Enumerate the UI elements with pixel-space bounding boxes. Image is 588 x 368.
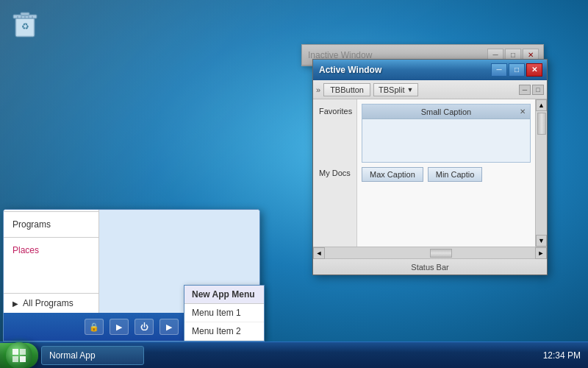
- scroll-down-button[interactable]: ▼: [536, 235, 547, 247]
- active-window: Active Window ─ □ ✕ » TBButton TBSplit ▼…: [312, 59, 548, 275]
- scroll-thumb-horizontal[interactable]: [430, 249, 452, 258]
- min-caption-button[interactable]: Min Captio: [428, 167, 483, 182]
- sidebar-item-mydocs[interactable]: My Docs: [313, 164, 356, 182]
- taskbar-task-normal-app[interactable]: Normal App: [41, 346, 144, 365]
- start-menu-power-button[interactable]: ⏻: [135, 319, 154, 335]
- scroll-left-button[interactable]: ◄: [313, 247, 325, 259]
- scroll-up-button[interactable]: ▲: [536, 99, 547, 111]
- toolbar: » TBButton TBSplit ▼ ─ □: [313, 80, 547, 99]
- taskbar-clock: 12:34 PM: [543, 350, 588, 361]
- start-button[interactable]: [0, 343, 38, 368]
- start-menu-item-places[interactable]: Places: [4, 239, 98, 261]
- active-minimize-button[interactable]: ─: [491, 63, 507, 77]
- windows-logo-icon: [12, 348, 26, 363]
- sidebar-item-favorites[interactable]: Favorites: [313, 102, 356, 120]
- scroll-thumb-vertical[interactable]: [537, 113, 546, 135]
- all-programs-label: All Programs: [23, 298, 74, 308]
- small-caption-close-button[interactable]: ✕: [517, 106, 528, 116]
- toolbar-mini-max-button[interactable]: □: [532, 85, 544, 95]
- all-programs-arrow-icon: ▶: [12, 300, 18, 308]
- small-caption-area: Small Caption ✕: [362, 104, 531, 163]
- start-menu-separator: [4, 211, 98, 212]
- horizontal-scrollbar: ◄ ►: [313, 247, 547, 258]
- tbsplit-button[interactable]: TBSplit ▼: [373, 83, 418, 96]
- active-window-title: Active Window: [318, 65, 490, 75]
- start-menu-all-programs[interactable]: ▶ All Programs: [4, 293, 98, 313]
- tbsplit-arrow-icon: ▼: [406, 86, 413, 93]
- status-bar: Status Bar: [313, 258, 547, 275]
- toolbar-chevron-icon[interactable]: »: [316, 85, 320, 94]
- toolbar-mini-buttons: ─ □: [519, 85, 544, 95]
- taskbar: Normal App 12:34 PM: [0, 342, 588, 368]
- start-menu-arrow-button[interactable]: ▶: [159, 319, 179, 335]
- caption-buttons-row: Max Caption Min Captio: [362, 167, 531, 182]
- toolbar-mini-min-button[interactable]: ─: [519, 85, 531, 95]
- svg-text:♻: ♻: [21, 21, 29, 32]
- vertical-scrollbar[interactable]: ▲ ▼: [535, 99, 547, 247]
- new-app-menu: New App Menu Menu Item 1 Menu Item 2: [184, 285, 265, 342]
- desktop: ♻ Inactive Window ─ □ ✕ Active Window ─ …: [0, 0, 588, 368]
- recycle-bin-icon: ♻: [10, 7, 40, 40]
- start-menu-item-programs[interactable]: Programs: [4, 213, 98, 236]
- start-menu-run-button[interactable]: ▶: [110, 319, 129, 335]
- small-caption-bar: Small Caption ✕: [362, 105, 530, 119]
- start-orb-icon: [6, 342, 32, 369]
- scroll-track-horizontal: [325, 247, 535, 258]
- recycle-bin[interactable]: ♻: [10, 7, 40, 40]
- svg-rect-13: [20, 356, 26, 362]
- active-close-button[interactable]: ✕: [526, 63, 542, 77]
- new-app-menu-item-1[interactable]: Menu Item 1: [184, 304, 264, 322]
- scroll-right-button[interactable]: ►: [535, 247, 547, 259]
- taskbar-task-label: Normal App: [49, 350, 96, 361]
- small-caption-label: Small Caption: [421, 107, 471, 116]
- svg-rect-11: [20, 349, 26, 355]
- start-menu-separator-2: [4, 237, 98, 238]
- svg-rect-10: [12, 349, 18, 355]
- sidebar-panel: Favorites My Docs: [313, 99, 357, 247]
- active-maximize-button[interactable]: □: [509, 63, 525, 77]
- window-content: Favorites My Docs Small Caption ✕ Max Ca…: [313, 99, 547, 247]
- max-caption-button[interactable]: Max Caption: [362, 167, 423, 182]
- tbbutton-button[interactable]: TBButton: [323, 83, 370, 96]
- new-app-menu-item-2[interactable]: Menu Item 2: [184, 322, 264, 341]
- main-panel: Small Caption ✕ Max Caption Min Captio: [357, 99, 535, 247]
- status-bar-text: Status Bar: [411, 263, 448, 272]
- new-app-menu-header: New App Menu: [184, 286, 264, 304]
- start-menu-left-panel: Programs Places ▶ All Programs: [4, 210, 99, 313]
- svg-rect-12: [12, 356, 18, 362]
- svg-rect-3: [21, 13, 29, 15]
- active-title-bar: Active Window ─ □ ✕: [313, 60, 547, 80]
- start-menu-lock-button[interactable]: 🔒: [85, 319, 104, 335]
